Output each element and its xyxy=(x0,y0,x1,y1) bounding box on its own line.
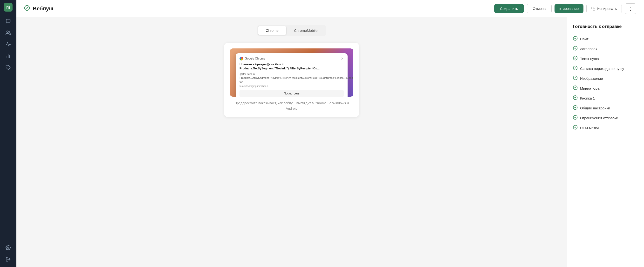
right-panel: Готовность к отправке Сайт Заголовок xyxy=(567,17,644,267)
settings-icon[interactable] xyxy=(4,243,13,253)
app-logo[interactable]: m xyxy=(4,3,12,11)
more-button[interactable]: ⋮ xyxy=(625,3,636,14)
logout-icon[interactable] xyxy=(4,255,13,264)
check-icon-thumbnail xyxy=(573,85,578,91)
notification-url: test-site-staging.mindbox.ru xyxy=(240,85,344,87)
check-icon-link xyxy=(573,65,578,72)
readiness-item-link: Ссылка перехода по пушу xyxy=(573,64,638,73)
readiness-item-text: Текст пуша xyxy=(573,54,638,64)
notification-header: Google Chrome ✕ xyxy=(240,57,344,60)
cancel-button[interactable]: Отмена xyxy=(527,4,552,13)
megaphone-icon[interactable] xyxy=(4,39,13,49)
check-icon-text xyxy=(573,56,578,62)
notification-body: @{for item in Products.GetBySegment("Nov… xyxy=(240,72,344,84)
tab-chrome-mobile[interactable]: ChromeMobile xyxy=(286,26,326,35)
chrome-circle-icon xyxy=(240,57,243,60)
content-area: Chrome ChromeMobile Google Chrome ✕ xyxy=(16,17,644,267)
check-icon-image xyxy=(573,75,578,81)
notification-image: Google Chrome ✕ Новинки в бренде @{for i… xyxy=(230,48,353,97)
readiness-title: Готовность к отправке xyxy=(573,24,638,29)
copy-button[interactable]: Копировать xyxy=(586,4,622,13)
preview-caption: Предпросмотр показывает, как вебпуш выгл… xyxy=(230,100,353,111)
readiness-item-title: Заголовок xyxy=(573,44,638,54)
notification-title: Новинки в бренде @{for item in Products.… xyxy=(240,62,344,71)
check-icon-utm xyxy=(573,125,578,131)
readiness-item-general: Общие настройки xyxy=(573,103,638,113)
chrome-logo: Google Chrome xyxy=(240,57,265,60)
page-title: Вебпуш xyxy=(33,5,53,12)
readiness-item-utm: UTM-метки xyxy=(573,123,638,133)
header: Вебпуш Сохранить Отмена ктирование Копир… xyxy=(16,0,644,17)
check-icon-site xyxy=(573,36,578,42)
readiness-item-site: Сайт xyxy=(573,34,638,44)
save-button[interactable]: Сохранить xyxy=(494,4,524,13)
header-actions: Сохранить Отмена ктирование Копировать ⋮ xyxy=(494,3,636,14)
check-icon-title xyxy=(573,46,578,52)
puzzle-icon[interactable] xyxy=(4,63,13,72)
readiness-item-image: Изображение xyxy=(573,73,638,83)
svg-point-5 xyxy=(8,247,9,249)
main-content: Вебпуш Сохранить Отмена ктирование Копир… xyxy=(16,0,644,267)
readiness-item-limits: Ограничения отправки xyxy=(573,113,638,123)
readiness-item-button1: Кнопка 1 xyxy=(573,93,638,103)
copy-icon xyxy=(592,7,595,10)
preview-card: Google Chrome ✕ Новинки в бренде @{for i… xyxy=(224,43,359,117)
svg-rect-8 xyxy=(593,8,595,10)
chart-icon[interactable] xyxy=(4,51,13,61)
preview-panel: Chrome ChromeMobile Google Chrome ✕ xyxy=(16,17,567,267)
notification-popup: Google Chrome ✕ Новинки в бренде @{for i… xyxy=(236,53,348,97)
notification-action-button[interactable]: Посмотреть xyxy=(240,90,344,97)
check-icon-general xyxy=(573,105,578,111)
readiness-item-thumbnail: Миниатюра xyxy=(573,83,638,93)
svg-point-0 xyxy=(7,31,8,32)
check-icon-button1 xyxy=(573,95,578,101)
tab-chrome[interactable]: Chrome xyxy=(258,26,286,35)
chat-icon[interactable] xyxy=(4,16,13,26)
header-check-icon xyxy=(24,5,30,12)
header-left: Вебпуш xyxy=(24,5,53,12)
users-icon[interactable] xyxy=(4,28,13,38)
check-icon-limits xyxy=(573,115,578,121)
sidebar: m xyxy=(0,0,16,267)
editing-button[interactable]: ктирование xyxy=(554,4,584,13)
tabs-container: Chrome ChromeMobile xyxy=(257,25,326,36)
notification-close-icon[interactable]: ✕ xyxy=(341,57,344,60)
